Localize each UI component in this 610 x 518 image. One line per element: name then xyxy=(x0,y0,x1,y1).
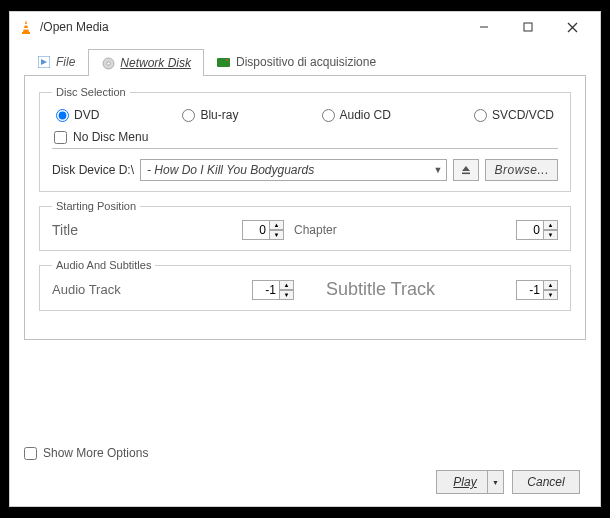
spin-up-icon[interactable]: ▲ xyxy=(280,280,294,290)
svg-marker-14 xyxy=(462,166,470,171)
title-value[interactable] xyxy=(242,220,270,240)
minimize-button[interactable] xyxy=(462,13,506,41)
window-title: /Open Media xyxy=(40,20,109,34)
spin-down-icon[interactable]: ▼ xyxy=(544,230,558,240)
no-disc-menu-check[interactable]: No Disc Menu xyxy=(54,130,558,144)
eject-button[interactable] xyxy=(453,159,479,181)
chapter-spinner[interactable]: ▲▼ xyxy=(516,220,558,240)
audio-track-value[interactable] xyxy=(252,280,280,300)
radio-bluray[interactable]: Blu-ray xyxy=(182,108,238,122)
tab-disc[interactable]: Network Disk xyxy=(88,49,204,76)
audio-subtitles-legend: Audio And Subtitles xyxy=(52,259,155,271)
audio-track-label: Audio Track xyxy=(52,282,252,297)
tab-disc-label: Network Disk xyxy=(120,56,191,70)
disc-panel: Disc Selection DVD Blu-ray Audio CD SVCD… xyxy=(24,76,586,340)
tab-capture-label: Dispositivo di acquisizione xyxy=(236,55,376,69)
disc-selection-group: Disc Selection DVD Blu-ray Audio CD SVCD… xyxy=(39,86,571,192)
svg-marker-9 xyxy=(41,59,47,65)
eject-icon xyxy=(460,164,472,176)
svg-marker-0 xyxy=(23,20,29,32)
play-button[interactable]: Play ▼ xyxy=(436,470,504,494)
cancel-button[interactable]: Cancel xyxy=(512,470,580,494)
svg-point-13 xyxy=(226,59,228,61)
disk-device-value: - How Do I Kill You Bodyguards xyxy=(147,163,314,177)
show-more-options-check[interactable]: Show More Options xyxy=(24,446,586,460)
radio-dvd[interactable]: DVD xyxy=(56,108,99,122)
svg-rect-5 xyxy=(524,23,532,31)
close-button[interactable] xyxy=(550,13,594,41)
radio-audiocd[interactable]: Audio CD xyxy=(322,108,391,122)
disk-device-select[interactable]: - How Do I Kill You Bodyguards ▼ xyxy=(140,159,447,181)
radio-svcd[interactable]: SVCD/VCD xyxy=(474,108,554,122)
starting-position-legend: Starting Position xyxy=(52,200,140,212)
svg-point-11 xyxy=(107,61,110,64)
audio-subtitles-group: Audio And Subtitles Audio Track ▲▼ Subti… xyxy=(39,259,571,311)
svg-rect-2 xyxy=(24,24,28,26)
svg-rect-3 xyxy=(23,28,28,30)
titlebar: /Open Media xyxy=(10,12,600,42)
chapter-label: Chapter xyxy=(294,223,337,237)
subtitle-track-value[interactable] xyxy=(516,280,544,300)
disc-icon xyxy=(101,56,115,70)
svg-rect-15 xyxy=(462,173,470,175)
open-media-dialog: /Open Media File Network Disk Dispositiv… xyxy=(9,11,601,507)
spin-up-icon[interactable]: ▲ xyxy=(544,220,558,230)
tab-capture[interactable]: Dispositivo di acquisizione xyxy=(204,48,389,75)
chapter-value[interactable] xyxy=(516,220,544,240)
spin-up-icon[interactable]: ▲ xyxy=(544,280,558,290)
divider xyxy=(52,148,558,149)
source-tabs: File Network Disk Dispositivo di acquisi… xyxy=(24,48,586,76)
chevron-down-icon[interactable]: ▼ xyxy=(487,471,503,493)
spin-down-icon[interactable]: ▼ xyxy=(544,290,558,300)
svg-rect-1 xyxy=(22,32,30,34)
svg-rect-12 xyxy=(217,58,230,67)
spin-up-icon[interactable]: ▲ xyxy=(270,220,284,230)
disk-device-label: Disk Device D:\ xyxy=(52,163,134,177)
maximize-button[interactable] xyxy=(506,13,550,41)
spin-down-icon[interactable]: ▼ xyxy=(270,230,284,240)
starting-position-group: Starting Position Title ▲▼ Chapter ▲▼ xyxy=(39,200,571,251)
tab-file[interactable]: File xyxy=(24,48,88,75)
capture-icon xyxy=(217,55,231,69)
title-label: Title xyxy=(52,222,242,238)
play-file-icon xyxy=(37,55,51,69)
subtitle-track-label: Subtitle Track xyxy=(326,279,435,300)
browse-button[interactable]: Browse... xyxy=(485,159,558,181)
subtitle-track-spinner[interactable]: ▲▼ xyxy=(516,280,558,300)
disc-selection-legend: Disc Selection xyxy=(52,86,130,98)
audio-track-spinner[interactable]: ▲▼ xyxy=(252,280,294,300)
title-spinner[interactable]: ▲▼ xyxy=(242,220,284,240)
vlc-icon xyxy=(18,19,34,35)
tab-file-label: File xyxy=(56,55,75,69)
chevron-down-icon: ▼ xyxy=(434,165,443,175)
spin-down-icon[interactable]: ▼ xyxy=(280,290,294,300)
